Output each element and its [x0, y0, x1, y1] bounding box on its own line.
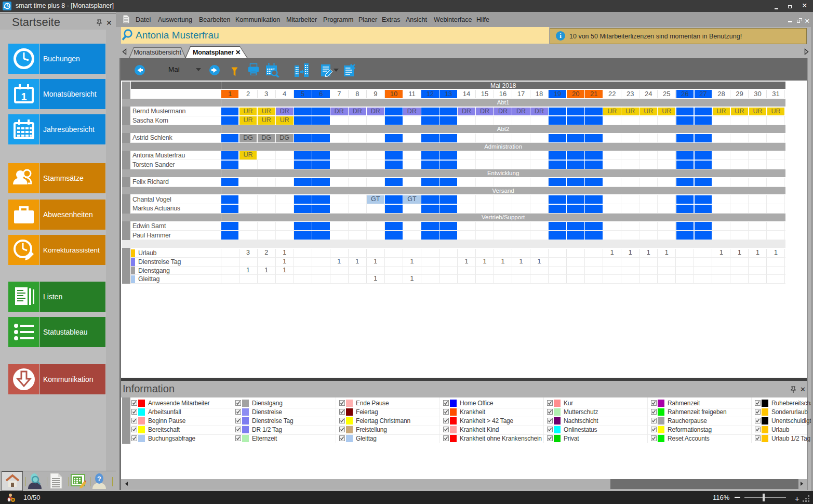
svg-text:1: 1	[21, 91, 26, 102]
svg-text:?: ?	[97, 475, 101, 483]
